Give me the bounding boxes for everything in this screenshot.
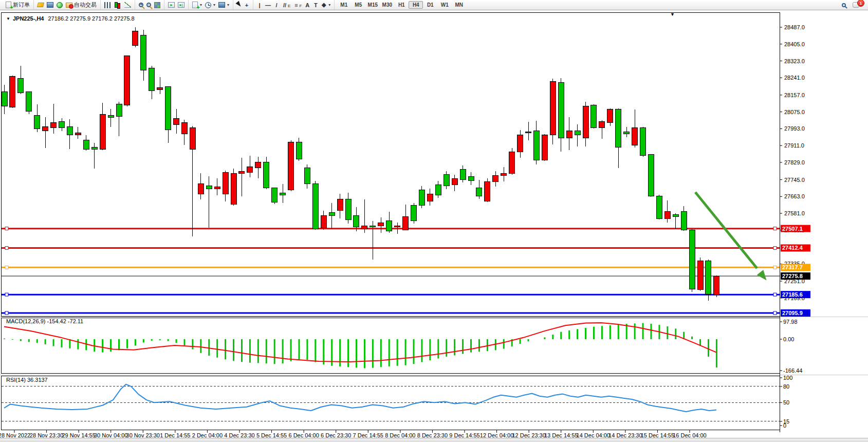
candle-body (214, 187, 220, 189)
candle-body (329, 212, 335, 215)
line-handle[interactable] (773, 311, 777, 315)
fibonacci-tool-button[interactable]: ≡F (292, 2, 303, 9)
candle-body (714, 276, 719, 295)
text-tool-button[interactable]: A (303, 2, 311, 9)
text-label-tool-icon: T (313, 2, 318, 8)
candle-body (607, 109, 613, 122)
price-tick-label: 28157.0 (784, 92, 805, 98)
status-bar (0, 438, 868, 442)
candle-body (247, 167, 253, 172)
trendline-tool-button[interactable]: / (272, 2, 281, 9)
fibonacci-tool-icon: ≡ (293, 2, 299, 8)
line-handle[interactable] (773, 246, 777, 249)
candle-body (509, 152, 515, 174)
macd-scale-label: 0.00 (783, 336, 794, 342)
timeframe-m30[interactable]: M30 (380, 1, 394, 9)
toolbar-group: +- (135, 0, 164, 10)
resistance-2-tag-label: 27412.4 (782, 245, 803, 251)
notifications-button[interactable]: 1 (851, 2, 861, 8)
candle-body (632, 127, 638, 145)
auto-trading-button[interactable]: 自动交易 (64, 1, 98, 9)
timeframe-h4[interactable]: H4 (409, 1, 423, 9)
vertical-line-tool-button[interactable]: | (255, 2, 264, 9)
chart-end-button[interactable]: ▸| (176, 2, 186, 8)
zoom-out-button[interactable]: - (145, 2, 153, 8)
line-handle[interactable] (773, 227, 777, 230)
candle-body (108, 116, 114, 118)
candle-body (174, 118, 179, 125)
shapes-tool-button[interactable]: ◆▾ (320, 1, 332, 9)
symbol-period: JPN225-,H4 (13, 15, 44, 22)
equidistant-channel-tool-button[interactable]: //E (281, 2, 292, 9)
support-2-tag-label: 27095.9 (782, 310, 803, 316)
highlighter-button[interactable] (36, 2, 45, 8)
timeframe-m15[interactable]: M15 (365, 1, 380, 9)
candle-body (321, 216, 326, 228)
timeframe-m5[interactable]: M5 (351, 1, 365, 9)
candle-body (296, 142, 302, 159)
line-handle[interactable] (5, 266, 8, 269)
candle-body (124, 56, 130, 105)
add-indicator-button[interactable]: ▾ (191, 1, 204, 9)
candle-body (640, 127, 646, 156)
timeframe-mn[interactable]: MN (452, 1, 466, 9)
timeframe-group: M1M5M15M30H1H4D1W1MN (334, 0, 468, 10)
horizontal-line-tool-button[interactable]: — (264, 2, 272, 9)
candle-body (526, 132, 531, 133)
chart-shift-marker-icon[interactable]: ▼ (670, 12, 675, 17)
candle-body (116, 104, 122, 117)
line-handle[interactable] (773, 266, 777, 269)
candlestick-mode-button[interactable] (113, 1, 123, 9)
candle-body (386, 221, 392, 231)
chart-title: ▼JPN225-,H427186.2 27275.9 27176.2 27275… (6, 15, 135, 22)
candle-body (648, 154, 654, 196)
notification-badge: 1 (857, 0, 864, 7)
timeframe-h1[interactable]: H1 (394, 1, 409, 9)
price-tick-label: 27663.0 (784, 193, 805, 199)
signal-service-icon (57, 2, 63, 8)
bar-chart-mode-button[interactable] (103, 2, 113, 9)
chart-expand-icon[interactable]: ▼ (6, 16, 10, 21)
chart-window-button[interactable] (45, 2, 55, 8)
new-order-button[interactable]: 新订单 (4, 1, 31, 9)
resistance-1-tag-label: 27507.1 (782, 226, 803, 232)
line-handle[interactable] (773, 293, 777, 296)
line-handle[interactable] (5, 227, 8, 230)
tile-windows-button[interactable] (153, 2, 162, 9)
candle-body (280, 193, 286, 195)
template-selector-button[interactable]: ▾ (217, 2, 231, 8)
line-handle[interactable] (5, 246, 8, 249)
zoom-in-button[interactable]: + (137, 2, 145, 8)
candle-body (378, 223, 384, 226)
candle-body (67, 127, 72, 135)
add-indicator-icon (192, 2, 198, 8)
vertical-line-tool-icon: | (257, 2, 262, 8)
macd-values: -154.42 -72.11 (47, 318, 83, 324)
period-selector-button[interactable]: ▾ (204, 2, 217, 9)
line-chart-mode-icon (124, 2, 131, 8)
text-label-tool-button[interactable]: T (311, 2, 320, 9)
candle-body (75, 133, 81, 135)
timeframe-d1[interactable]: D1 (423, 1, 437, 9)
candle-body (34, 116, 40, 128)
crosshair-tool-button[interactable]: + (243, 2, 251, 9)
candle-body (288, 142, 294, 190)
search-icon[interactable] (842, 3, 846, 7)
add-indicator-dropdown-icon[interactable]: ▾ (200, 3, 202, 7)
toolbar-group (100, 0, 135, 10)
cursor-tool-button[interactable] (235, 2, 243, 8)
period-selector-dropdown-icon[interactable]: ▾ (213, 3, 215, 7)
shapes-tool-dropdown-icon[interactable]: ▾ (328, 3, 330, 7)
candle-body (165, 86, 171, 130)
template-selector-dropdown-icon[interactable]: ▾ (227, 3, 229, 7)
line-handle[interactable] (5, 293, 8, 296)
line-handle[interactable] (5, 311, 8, 315)
candle-body (190, 127, 195, 149)
price-tags: 27507.127412.427317.727275.827185.627095… (781, 225, 810, 317)
candle-body (141, 35, 146, 70)
timeframe-w1[interactable]: W1 (437, 1, 452, 9)
signal-service-button[interactable] (55, 2, 64, 9)
line-chart-mode-button[interactable] (123, 2, 133, 8)
chart-forward-button[interactable]: ▸ (167, 2, 176, 8)
timeframe-m1[interactable]: M1 (337, 1, 351, 9)
